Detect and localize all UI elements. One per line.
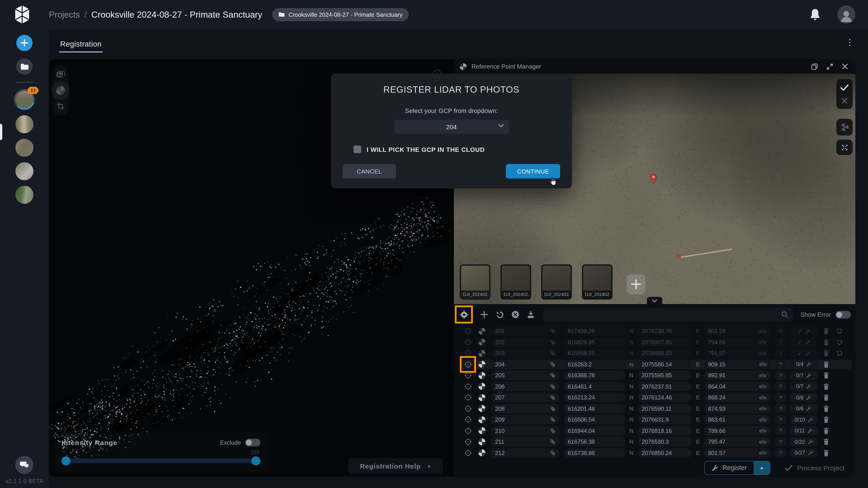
slider-track[interactable] xyxy=(66,459,256,463)
row-elevation-field[interactable]: 791.57 elv xyxy=(704,348,771,358)
row-projection-badge[interactable]: 0/7 xyxy=(790,371,817,380)
delete-row-icon[interactable] xyxy=(822,383,831,390)
row-easting-field[interactable]: 617499.26 xyxy=(564,326,625,336)
row-easting-field[interactable]: 616738.86 xyxy=(564,448,625,457)
row-easting-field[interactable]: 616213.24 xyxy=(564,393,625,402)
table-row[interactable]: 201 617499.26 N 2076738.76 E 802.59 elv … xyxy=(459,326,852,336)
cancel-button[interactable]: CANCEL xyxy=(343,164,396,178)
register-dropdown-caret[interactable]: ▲ xyxy=(754,461,770,474)
delete-row-icon[interactable] xyxy=(822,438,831,445)
close-window-icon[interactable] xyxy=(842,63,848,70)
row-help-button[interactable]: ? xyxy=(775,382,786,391)
row-elevation-field[interactable]: 795.47 elv xyxy=(704,437,771,447)
delete-row-icon[interactable] xyxy=(822,427,831,434)
row-projection-badge[interactable]: 0/4 xyxy=(790,360,817,369)
row-northing-field[interactable]: 2076590.11 xyxy=(638,404,692,413)
row-id-field[interactable]: 206 xyxy=(491,382,560,391)
row-help-button[interactable]: ? xyxy=(775,371,786,380)
user-avatar[interactable] xyxy=(837,5,855,24)
row-id-field[interactable]: 211 xyxy=(491,437,560,447)
table-row[interactable]: 208 616201.46 N 2076590.11 E 874.93 elv … xyxy=(459,404,852,413)
register-button[interactable]: Register ▲ xyxy=(704,461,770,475)
row-locate-crosshair-icon[interactable] xyxy=(463,370,473,380)
undo-row-icon[interactable] xyxy=(835,339,844,346)
row-id-field[interactable]: 207 xyxy=(491,393,560,402)
table-row[interactable]: 202 616826.95 N 2076907.85 E 794.59 elv … xyxy=(459,337,852,347)
row-easting-field[interactable]: 615858.55 xyxy=(564,348,625,358)
row-elevation-field[interactable]: 863.61 elv xyxy=(704,415,771,424)
table-row[interactable]: 206 616461.4 N 2076237.51 E 864.04 elv ?… xyxy=(459,382,852,391)
row-help-button[interactable]: ? xyxy=(775,426,786,435)
row-northing-field[interactable]: 2076124.46 xyxy=(638,393,692,402)
add-row-icon[interactable] xyxy=(480,311,488,319)
row-help-button[interactable]: ? xyxy=(775,437,786,446)
row-northing-field[interactable]: 2076738.76 xyxy=(638,326,692,336)
reject-gcp-icon[interactable] xyxy=(841,97,848,104)
confirm-gcp-icon[interactable] xyxy=(840,84,848,91)
row-locate-crosshair-icon[interactable] xyxy=(463,415,473,424)
row-elevation-field[interactable]: 868.24 elv xyxy=(704,393,771,402)
tutorial-highlight-add-gcp[interactable] xyxy=(455,305,473,324)
row-elevation-field[interactable]: 909.15 elv xyxy=(704,359,771,369)
row-projection-badge[interactable]: 0/22 xyxy=(790,437,817,446)
breadcrumb-projects-link[interactable]: Projects xyxy=(49,10,80,20)
table-row[interactable]: 205 616388.76 N 2075595.85 E 892.91 elv … xyxy=(459,370,852,380)
project-thumbnail[interactable] xyxy=(16,115,33,133)
row-help-button[interactable]: ? xyxy=(775,337,786,347)
row-easting-field[interactable]: 616461.4 xyxy=(564,382,625,391)
row-id-field[interactable]: 205 xyxy=(491,370,560,380)
add-photo-button[interactable] xyxy=(627,274,646,294)
row-id-field[interactable]: 202 xyxy=(491,337,560,347)
row-id-field[interactable]: 201 xyxy=(491,326,560,336)
row-locate-crosshair-icon[interactable] xyxy=(463,359,473,369)
delete-row-icon[interactable] xyxy=(822,394,831,401)
fit-view-button[interactable] xyxy=(836,140,852,155)
slider-handle-min[interactable] xyxy=(61,456,70,465)
pick-gcp-checkbox[interactable] xyxy=(353,145,361,153)
row-elevation-field[interactable]: 892.91 elv xyxy=(704,370,771,380)
table-row[interactable]: 204 616263.2 N 2075586.14 E 909.15 elv ?… xyxy=(459,359,852,369)
project-chip[interactable]: Crooksville 2024-08-27 - Primate Sanctua… xyxy=(272,8,409,21)
row-help-button[interactable]: ? xyxy=(775,415,786,424)
delete-row-icon[interactable] xyxy=(822,350,831,357)
process-project-button[interactable]: Process Project xyxy=(785,464,844,471)
gcp-mode-icon[interactable] xyxy=(55,85,66,96)
table-row[interactable]: 209 616506.54 N 2076631.9 E 863.61 elv ?… xyxy=(459,415,852,424)
undo-all-icon[interactable] xyxy=(495,310,504,319)
row-help-button[interactable]: ? xyxy=(775,448,786,457)
new-project-button[interactable] xyxy=(16,35,33,51)
row-projection-badge[interactable]: 0/6 xyxy=(790,404,817,413)
row-elevation-field[interactable]: 874.93 elv xyxy=(704,404,771,413)
row-projection-badge[interactable]: -/- xyxy=(790,326,817,335)
row-northing-field[interactable]: 2076907.85 xyxy=(638,337,692,347)
support-chat-button[interactable] xyxy=(16,456,33,474)
table-row[interactable]: 203 615858.55 N 2076688.33 E 791.57 elv … xyxy=(459,348,852,358)
undo-row-icon[interactable] xyxy=(835,350,844,357)
row-locate-crosshair-icon[interactable] xyxy=(463,404,473,413)
show-error-toggle[interactable] xyxy=(835,311,851,318)
row-northing-field[interactable]: 2076237.51 xyxy=(638,382,692,391)
pick-gcp-checkbox-row[interactable]: I WILL PICK THE GCP IN THE CLOUD xyxy=(353,145,572,153)
delete-row-icon[interactable] xyxy=(822,339,831,346)
row-easting-field[interactable]: 616756.38 xyxy=(564,437,625,447)
photo-thumbnail[interactable]: DJI_202402... xyxy=(500,264,531,300)
crop-tool-icon[interactable] xyxy=(55,101,66,111)
row-locate-crosshair-icon[interactable] xyxy=(463,426,473,435)
row-elevation-field[interactable]: 794.59 elv xyxy=(704,337,771,347)
exclude-toggle[interactable] xyxy=(245,439,260,447)
expand-window-icon[interactable] xyxy=(827,63,833,70)
row-id-field[interactable]: 209 xyxy=(491,415,560,424)
delete-row-icon[interactable] xyxy=(822,361,831,367)
row-elevation-field[interactable]: 864.04 elv xyxy=(704,382,771,391)
project-thumbnail[interactable] xyxy=(16,162,33,180)
row-easting-field[interactable]: 616506.54 xyxy=(564,415,625,424)
row-projection-badge[interactable]: -/- xyxy=(790,337,817,347)
row-elevation-field[interactable]: 801.57 elv xyxy=(704,448,771,457)
checkpoint-marker[interactable] xyxy=(676,254,682,259)
projects-folder-button[interactable] xyxy=(16,58,33,74)
row-locate-crosshair-icon[interactable] xyxy=(463,337,473,347)
row-easting-field[interactable]: 616263.2 xyxy=(564,359,625,369)
row-id-field[interactable]: 208 xyxy=(491,404,560,413)
row-help-button[interactable]: ? xyxy=(775,360,786,369)
table-row[interactable]: 212 616738.86 N 2076850.24 E 801.57 elv … xyxy=(459,448,852,457)
